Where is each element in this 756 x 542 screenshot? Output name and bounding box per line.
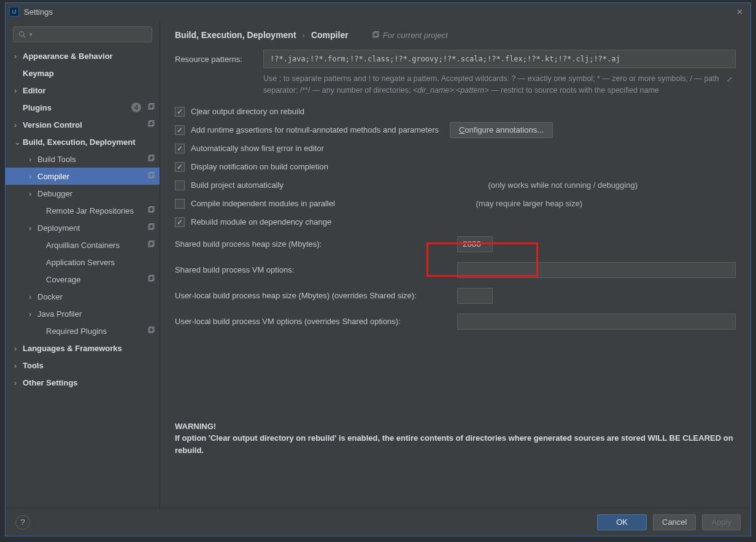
sidebar-item-tools[interactable]: ›Tools [6, 357, 160, 374]
sidebar-item-languages-frameworks[interactable]: ›Languages & Frameworks [6, 339, 160, 357]
copy-icon [145, 241, 155, 250]
ok-button[interactable]: OK [597, 514, 647, 530]
settings-tree: ›Appearance & BehaviorKeymap›EditorPlugi… [6, 47, 160, 391]
expand-icon[interactable]: ⤢ [727, 75, 732, 83]
display-notification-checkbox[interactable] [175, 162, 185, 172]
user-heap-input[interactable] [457, 288, 493, 304]
sidebar-item-remote-jar-repositories[interactable]: Remote Jar Repositories [6, 202, 160, 219]
sidebar-item-deployment[interactable]: ›Deployment [6, 219, 160, 236]
sidebar-item-appearance-behavior[interactable]: ›Appearance & Behavior [6, 47, 160, 64]
svg-point-0 [20, 32, 25, 37]
sidebar-item-version-control[interactable]: ›Version Control [6, 116, 160, 133]
footer: ? OK Cancel Apply [6, 508, 750, 536]
sidebar-item-label: Deployment [37, 223, 145, 233]
copy-icon [145, 327, 155, 336]
copy-icon [145, 103, 155, 112]
sidebar-item-label: Plugins [23, 103, 131, 112]
chevron-right-icon: › [14, 344, 23, 353]
chevron-right-icon: › [14, 361, 23, 370]
shared-heap-input[interactable] [457, 236, 493, 252]
sidebar-item-label: Keymap [23, 69, 155, 78]
svg-line-1 [23, 36, 25, 37]
sidebar-item-label: Remote Jar Repositories [46, 206, 145, 215]
chevron-down-icon: ▾ [29, 31, 33, 37]
sidebar-item-plugins[interactable]: Plugins4 [6, 99, 160, 116]
user-vm-input[interactable] [457, 314, 736, 330]
chevron-right-icon: › [29, 309, 37, 319]
compile-parallel-note: (may require larger heap size) [452, 199, 582, 208]
chevron-down-icon: ⌄ [14, 137, 23, 147]
sidebar-item-label: Version Control [23, 120, 145, 130]
sidebar-item-other-settings[interactable]: ›Other Settings [6, 374, 160, 391]
app-icon: IJ [9, 7, 19, 17]
sidebar-item-label: Required Plugins [46, 327, 145, 336]
auto-show-error-checkbox[interactable] [175, 144, 185, 153]
apply-button[interactable]: Apply [702, 514, 741, 530]
sidebar-item-application-servers[interactable]: Application Servers [6, 254, 160, 271]
sidebar-item-build-execution-deployment[interactable]: ⌄Build, Execution, Deployment [6, 133, 160, 150]
sidebar-item-label: Docker [37, 292, 155, 301]
shared-vm-input[interactable] [457, 262, 736, 278]
shared-heap-label: Shared build process heap size (Mbytes): [175, 239, 457, 249]
sidebar-item-label: Application Servers [46, 258, 155, 267]
sidebar-item-debugger[interactable]: ›Debugger [6, 185, 160, 202]
chevron-right-icon: › [29, 189, 37, 198]
display-notification-label: Display notification on build completion [191, 162, 328, 171]
sidebar-item-coverage[interactable]: Coverage [6, 271, 160, 288]
chevron-right-icon: › [29, 155, 37, 164]
help-button[interactable]: ? [15, 515, 30, 530]
cancel-button[interactable]: Cancel [653, 514, 696, 530]
build-automatically-label: Build project automatically [191, 180, 284, 190]
sidebar-item-label: Build, Execution, Deployment [23, 137, 155, 147]
clear-output-label: Clear output directory on rebuild [191, 107, 304, 116]
copy-icon [145, 155, 155, 164]
user-vm-label: User-local build process VM options (ove… [175, 317, 457, 326]
build-automatically-note: (only works while not running / debuggin… [463, 180, 638, 190]
copy-icon [145, 275, 155, 284]
build-automatically-checkbox[interactable] [175, 180, 185, 190]
copy-icon [145, 120, 155, 130]
sidebar-item-label: Tools [23, 361, 155, 370]
rebuild-dependency-checkbox[interactable] [175, 217, 185, 227]
sidebar-item-label: Other Settings [23, 378, 155, 387]
titlebar: IJ Settings ✕ [6, 3, 750, 20]
sidebar-item-label: Languages & Frameworks [23, 344, 155, 353]
search-input[interactable]: ▾ [13, 26, 152, 42]
window-title: Settings [24, 7, 53, 17]
breadcrumb-parent[interactable]: Build, Execution, Deployment [175, 30, 296, 40]
compile-parallel-checkbox[interactable] [175, 199, 185, 209]
chevron-right-icon: › [29, 292, 37, 301]
rebuild-dependency-label: Rebuild module on dependency change [191, 217, 331, 226]
chevron-right-icon: › [29, 172, 37, 181]
auto-show-error-label: Automatically show first error in editor [191, 144, 324, 153]
sidebar-item-docker[interactable]: ›Docker [6, 288, 160, 305]
sidebar-item-compiler[interactable]: ›Compiler [6, 168, 160, 185]
resource-help-text: Use ; to separate patterns and ! to nega… [263, 73, 736, 96]
sidebar-item-editor[interactable]: ›Editor [6, 82, 160, 99]
search-icon [18, 31, 26, 38]
runtime-assertions-checkbox[interactable] [175, 125, 185, 135]
sidebar-item-arquillian-containers[interactable]: Arquillian Containers [6, 236, 160, 254]
user-heap-label: User-local build process heap size (Mbyt… [175, 291, 457, 300]
sidebar-item-build-tools[interactable]: ›Build Tools [6, 150, 160, 168]
copy-icon [145, 206, 155, 215]
sidebar-item-required-plugins[interactable]: Required Plugins [6, 322, 160, 339]
warning-block: WARNING! If option 'Clear output directo… [175, 420, 736, 457]
configure-annotations-button[interactable]: Configure annotations... [450, 122, 553, 138]
sidebar-item-java-profiler[interactable]: ›Java Profiler [6, 305, 160, 322]
chevron-right-icon: › [14, 86, 23, 95]
runtime-assertions-label: Add runtime assertions for notnull-annot… [191, 125, 439, 134]
sidebar-item-keymap[interactable]: Keymap [6, 64, 160, 82]
sidebar-item-label: Java Profiler [37, 309, 155, 319]
resource-patterns-label: Resource patterns: [175, 55, 255, 64]
resource-patterns-input[interactable] [263, 50, 736, 68]
close-icon[interactable]: ✕ [733, 7, 747, 17]
sidebar-item-label: Arquillian Containers [46, 241, 145, 250]
compile-parallel-label: Compile independent modules in parallel [191, 199, 335, 208]
content-panel: Build, Execution, Deployment › Compiler … [160, 20, 750, 511]
chevron-right-icon: › [14, 120, 23, 130]
clear-output-checkbox[interactable] [175, 107, 185, 117]
sidebar-item-label: Debugger [37, 189, 155, 198]
warning-title: WARNING! [175, 420, 736, 433]
sidebar-item-label: Build Tools [37, 155, 145, 164]
